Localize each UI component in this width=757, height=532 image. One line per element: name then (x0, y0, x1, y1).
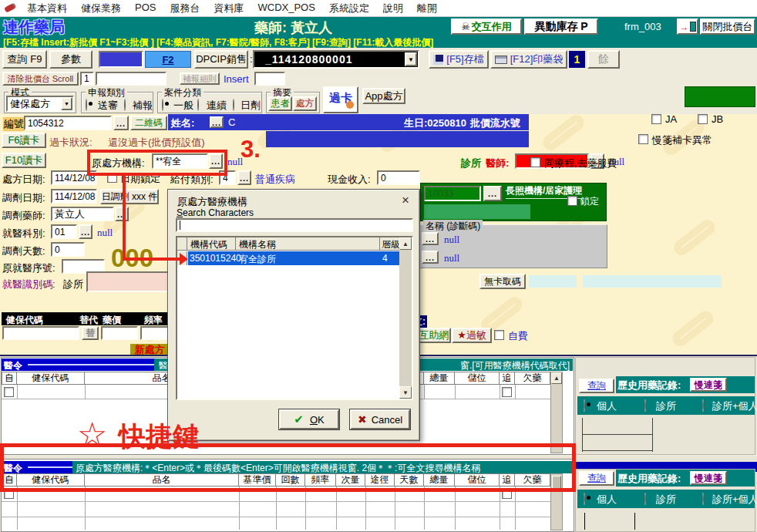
menu-item[interactable]: 健保業務 (74, 2, 128, 15)
row-self-checkbox[interactable] (4, 387, 14, 397)
self-pay-checkbox[interactable] (494, 330, 504, 340)
blank-field-1[interactable] (96, 72, 167, 86)
history-query-button[interactable]: 查詢 (579, 471, 614, 486)
same-course-checkbox[interactable] (530, 157, 540, 167)
dpcip-button[interactable]: DPCIP銷售 (194, 50, 248, 69)
orders1-scrollbar[interactable]: ▲ (550, 372, 563, 453)
mutual-net-button[interactable]: 互助網 (417, 328, 451, 343)
search-input[interactable] (176, 218, 413, 232)
allergy-button[interactable]: ★過敏 (452, 328, 492, 343)
slow-rx-button[interactable]: 慢連箋 (690, 378, 727, 392)
serial-combo[interactable]: _114120800001 ▼ (253, 50, 419, 69)
cyan-field-1[interactable] (529, 275, 577, 288)
scope-both-radio[interactable] (702, 399, 704, 412)
dispense-days-field[interactable]: 0 (51, 242, 85, 257)
dialog-close-button[interactable]: × (397, 193, 414, 207)
name-browse-button[interactable]: ... (210, 116, 224, 128)
qr-code-button[interactable]: 二維碼 (130, 116, 167, 130)
dispense-date-field[interactable]: 114/12/08 (51, 189, 97, 204)
stock-change-button[interactable]: 異動庫存 P (524, 19, 598, 35)
menu-item[interactable]: POS (128, 2, 163, 15)
visit-dept-browse-button[interactable]: ... (79, 224, 93, 239)
scope-clinic-radio[interactable] (644, 399, 646, 412)
rx-date-field[interactable]: 114/12/08 (51, 170, 97, 185)
scroll-down-button[interactable]: ▼ (399, 386, 412, 399)
params-button[interactable]: 參數 (49, 50, 93, 69)
slow-rx-abnormal-checkbox[interactable] (638, 134, 648, 144)
pay-type-browse-button[interactable]: ... (237, 170, 251, 185)
f10-read-card-button[interactable]: F10讀卡 (2, 153, 46, 168)
alt-drug-button[interactable]: 替 (82, 326, 99, 340)
radio-submit[interactable] (86, 99, 87, 111)
orig-org-browse-button[interactable]: ... (209, 153, 223, 169)
scroll-up-button[interactable]: ▲ (399, 237, 412, 250)
diagnosis-browse-button-1[interactable]: ... (422, 232, 439, 245)
mode-dropdown-button[interactable]: ▼ (61, 97, 72, 110)
menu-item[interactable]: 資料庫 (207, 2, 251, 15)
blank-field-2[interactable] (254, 72, 285, 86)
supplement-rule-button[interactable]: 補報細則 (180, 72, 220, 85)
orig-org-field[interactable]: **宥全 (152, 153, 208, 169)
pharmacist-browse-button[interactable]: ... (115, 207, 129, 221)
cancel-button[interactable]: ✖ Cancel (350, 409, 410, 429)
scope-both-radio[interactable] (702, 493, 704, 505)
scope-clinic-radio[interactable] (644, 493, 646, 505)
org-list-scrollbar[interactable]: ▲ ▼ (399, 237, 412, 399)
patient-browse-button[interactable]: ... (113, 116, 129, 130)
interaction-button[interactable]: ☠ 交互作用 (451, 19, 522, 35)
radio-continuous[interactable] (197, 99, 199, 111)
ltc-browse-button[interactable]: ... (483, 186, 502, 201)
orders2-rows[interactable] (2, 487, 550, 530)
date-lock-checkbox[interactable] (107, 173, 117, 183)
summary-patient-button[interactable]: 患者 (268, 96, 292, 111)
mode-select[interactable]: 健保處方 ▼ (6, 96, 74, 112)
count-field[interactable]: 1 (80, 72, 94, 86)
drug-code-field[interactable] (2, 326, 79, 340)
ltc-lock-checkbox[interactable] (567, 196, 577, 206)
history-query-button[interactable]: 查詢 (579, 379, 614, 393)
row-track-checkbox[interactable] (502, 387, 512, 397)
slow-rx-button[interactable]: 慢連箋 (690, 471, 727, 485)
query-f9-button[interactable]: 查詢 F9 (2, 50, 47, 69)
menu-item[interactable]: WCDX_POS (251, 2, 321, 15)
patient-id-field[interactable]: 1054312 (24, 116, 112, 130)
jb-checkbox[interactable] (698, 114, 708, 124)
radio-supplement[interactable] (124, 99, 126, 111)
scope-personal-radio[interactable] (584, 399, 585, 412)
no-card-button[interactable]: 無卡取碼 (479, 274, 526, 289)
ltc-code-field[interactable]: 10033 (424, 186, 481, 201)
ok-button[interactable]: ✔ OK (279, 409, 339, 429)
app-rx-button[interactable]: App處方 (362, 88, 405, 104)
menu-item[interactable]: 離開 (410, 2, 444, 15)
serial-dropdown-button[interactable]: ▼ (405, 52, 417, 66)
print-bag-button[interactable]: [F12]印藥袋 (490, 50, 567, 69)
org-row-selected[interactable]: ▶ 3501015240 宥全診所 4 (177, 251, 399, 265)
clear-pricing-button[interactable]: 清除批價台 Scroll (2, 72, 79, 86)
rest-button[interactable]: 餘 (587, 50, 620, 69)
drug-price-field[interactable] (101, 326, 138, 340)
diagnosis-browse-button-2[interactable]: ... (422, 251, 439, 264)
bag-count-box[interactable]: 1 (569, 51, 585, 68)
row-self-checkbox[interactable] (4, 489, 14, 499)
menu-item[interactable]: 服務台 (163, 2, 207, 15)
menu-item[interactable]: 說明 (376, 2, 410, 15)
pay-type-field[interactable]: 4 (219, 170, 236, 185)
scroll-thumb[interactable] (552, 476, 561, 491)
org-list[interactable]: 機構代碼 機構名稱 層級 ▶ 3501015240 宥全診所 4 ▲ ▼ (176, 236, 413, 400)
f2-button[interactable]: F2 (145, 51, 191, 68)
menu-item[interactable]: 系統設定 (322, 2, 376, 15)
save-button[interactable]: [F5]存檔 (429, 50, 489, 69)
close-pricing-button[interactable]: 關閉批價台 (700, 19, 755, 35)
orders2-scrollbar[interactable] (550, 473, 563, 530)
summary-rx-button[interactable]: 處方 (293, 96, 317, 111)
radio-daily-dose[interactable] (233, 99, 234, 111)
scope-personal-radio[interactable] (584, 493, 585, 505)
menu-item[interactable]: 基本資料 (20, 2, 74, 15)
pass-card-button[interactable]: 過卡 (323, 86, 358, 113)
visit-dept-field[interactable]: 01 (51, 224, 77, 239)
cyan-field-2[interactable] (583, 275, 722, 288)
f6-read-card-button[interactable]: F6讀卡 (2, 133, 46, 148)
exit-door-button[interactable]: → (677, 19, 698, 35)
dispense-pharmacist-field[interactable]: 黃立人 (51, 207, 114, 221)
ja-checkbox[interactable] (651, 114, 661, 124)
